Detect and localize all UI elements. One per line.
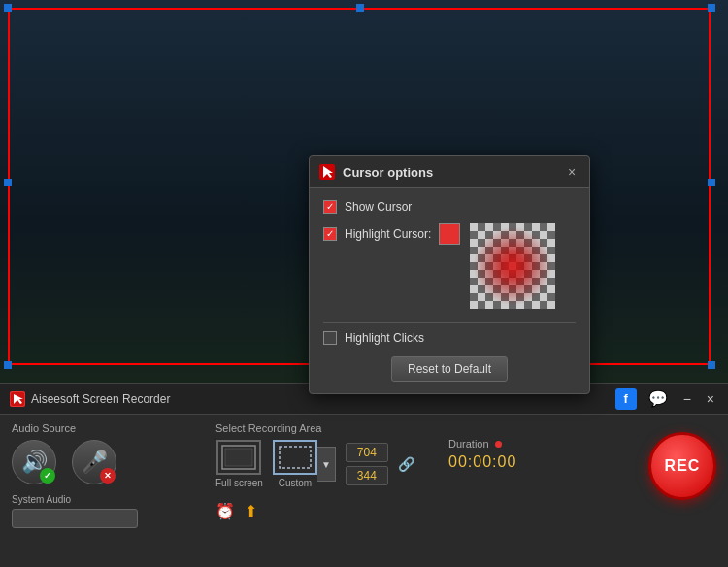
duration-time: 00:00:00 (448, 453, 546, 471)
show-cursor-label: Show Cursor (345, 200, 412, 214)
resize-handle-middle-right[interactable] (708, 179, 715, 186)
comment-icon[interactable]: 💬 (645, 387, 672, 410)
cursor-options-dialog: Cursor options × ✓ Show Cursor ✓ Highlig… (309, 155, 590, 394)
system-audio-select-wrap (12, 509, 196, 528)
resize-handle-top-left[interactable] (4, 4, 12, 12)
recording-area-section: Select Recording Area Full screen (215, 422, 429, 520)
highlight-cursor-row: ✓ Highlight Cursor: (323, 223, 576, 309)
checkmark-icon-2: ✓ (326, 229, 334, 239)
red-glow-overlay (470, 223, 555, 309)
dialog-title: Cursor options (343, 165, 564, 180)
app-logo-area: Aiseesoft Screen Recorder (10, 391, 170, 407)
reset-to-default-button[interactable]: Reset to Default (391, 356, 508, 382)
toolbar-bottom-icons: ⏰ ⬆ (215, 502, 429, 520)
close-button[interactable]: × (703, 389, 718, 409)
audio-section-label: Audio Source (12, 422, 196, 434)
alarm-icon[interactable]: ⏰ (215, 502, 235, 520)
highlight-clicks-label: Highlight Clicks (345, 331, 424, 345)
cursor-color-swatch[interactable] (439, 223, 460, 245)
app-logo-icon (10, 391, 25, 407)
system-audio-icon-wrap: 🔊 ✓ (12, 440, 56, 484)
custom-label: Custom (279, 478, 312, 488)
highlight-clicks-row: Highlight Clicks (323, 322, 576, 345)
app-title: Aiseesoft Screen Recorder (31, 392, 170, 406)
system-audio-button[interactable]: 🔊 ✓ (12, 440, 56, 484)
duration-label: Duration (448, 438, 546, 450)
duration-indicator-dot (495, 441, 502, 448)
toolbar: Aiseesoft Screen Recorder f 💬 − × Audio … (0, 383, 728, 567)
highlight-cursor-checkbox[interactable]: ✓ (323, 227, 337, 241)
checkmark-icon: ✓ (326, 202, 334, 212)
size-inputs-wrap (346, 443, 388, 485)
custom-area-wrap: Custom ▼ (273, 440, 336, 488)
mic-icon-wrap: 🎤 ✕ (72, 440, 116, 484)
show-cursor-row: ✓ Show Cursor (323, 200, 576, 214)
highlight-cursor-left: ✓ Highlight Cursor: (323, 223, 460, 245)
minimize-button[interactable]: − (679, 389, 695, 409)
dialog-icon (319, 164, 335, 180)
recording-area-label: Select Recording Area (215, 422, 429, 434)
rec-button-wrap: REC (648, 422, 716, 500)
record-area-row: Full screen Custom ▼ (215, 440, 429, 488)
dialog-header: Cursor options × (310, 156, 589, 188)
height-input[interactable] (346, 466, 388, 485)
resize-handle-middle-left[interactable] (4, 179, 12, 186)
mic-button[interactable]: 🎤 ✕ (72, 440, 116, 484)
window-controls: f 💬 − × (615, 387, 718, 410)
resize-handle-bottom-right[interactable] (708, 361, 715, 369)
system-audio-select[interactable] (12, 509, 138, 528)
resize-handle-top-middle[interactable] (356, 4, 364, 12)
show-cursor-checkbox[interactable]: ✓ (323, 200, 337, 214)
system-audio-status-badge: ✓ (40, 468, 55, 484)
fullscreen-option[interactable]: Full screen (215, 440, 263, 488)
custom-dropdown-button[interactable]: ▼ (317, 447, 336, 482)
custom-icon-box (273, 440, 317, 475)
size-link-icon: 🔗 (398, 456, 414, 472)
toolbar-main: Audio Source 🔊 ✓ 🎤 ✕ System Audio (0, 415, 728, 567)
svg-rect-5 (225, 449, 252, 466)
svg-rect-6 (280, 447, 311, 468)
audio-section: Audio Source 🔊 ✓ 🎤 ✕ System Audio (12, 422, 196, 528)
resize-handle-top-right[interactable] (708, 4, 715, 12)
cursor-preview (470, 223, 555, 309)
rec-button[interactable]: REC (648, 432, 716, 500)
cursor-icon[interactable]: ⬆ (245, 502, 257, 520)
highlight-clicks-checkbox[interactable] (323, 331, 337, 345)
mic-status-badge: ✕ (100, 468, 116, 484)
fullscreen-icon-box (216, 440, 261, 475)
duration-section: Duration 00:00:00 (448, 422, 546, 471)
dialog-body: ✓ Show Cursor ✓ Highlight Cursor: Highli… (310, 188, 589, 393)
custom-option[interactable]: Custom (273, 440, 317, 488)
facebook-icon[interactable]: f (615, 388, 637, 410)
fullscreen-label: Full screen (215, 478, 263, 488)
duration-text: Duration (448, 438, 489, 450)
highlight-cursor-label: Highlight Cursor: (345, 227, 431, 241)
audio-icons-row: 🔊 ✓ 🎤 ✕ (12, 440, 196, 484)
dialog-close-button[interactable]: × (564, 164, 579, 180)
system-audio-label: System Audio (12, 494, 196, 505)
resize-handle-bottom-left[interactable] (4, 361, 12, 369)
width-input[interactable] (346, 443, 388, 462)
